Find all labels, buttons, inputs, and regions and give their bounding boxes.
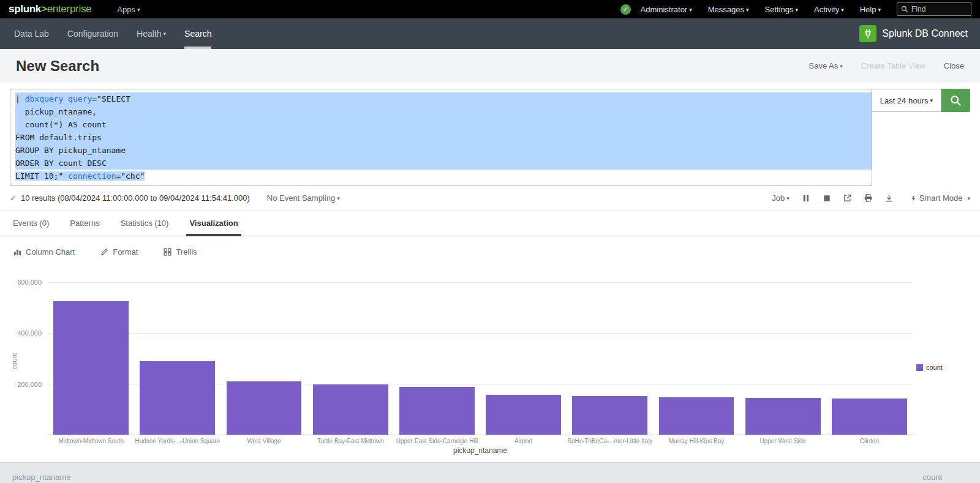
chevron-down-icon: ▾ (137, 7, 140, 13)
query-line[interactable]: LIMIT 10;" connection="chc" (15, 170, 872, 182)
close-button[interactable]: Close (944, 61, 964, 70)
save-as-button[interactable]: Save As▾ (809, 61, 842, 70)
y-axis-tick-label: 200,000 (17, 381, 42, 388)
app-identity[interactable]: Splunk DB Connect (859, 18, 975, 49)
time-range-picker[interactable]: Last 24 hours▾ (872, 89, 941, 112)
tab-patterns[interactable]: Patterns (67, 211, 102, 236)
chart-type-button[interactable]: Column Chart (13, 247, 75, 256)
bar-4[interactable] (399, 387, 475, 435)
logo-product-text: enterprise (47, 3, 92, 15)
viz-toolbar: Column Chart Format Trellis (0, 236, 980, 267)
header-actions: Save As▾ Create Table View Close (809, 61, 964, 70)
column-header-pickup-ntaname[interactable]: pickup_ntaname (12, 473, 70, 482)
search-mode-dropdown[interactable]: Smart Mode▾ (911, 193, 970, 203)
pause-button[interactable] (796, 191, 816, 206)
find-input[interactable] (911, 5, 965, 13)
nav-item-configuration[interactable]: Configuration (58, 18, 127, 49)
bar-column-2 (221, 282, 307, 435)
x-axis-tick-label: Upper East Side-Carnegie Hill (394, 438, 480, 444)
query-line[interactable]: ORDER BY count DESC (15, 157, 872, 170)
apps-menu[interactable]: Apps▾ (117, 5, 140, 14)
run-search-button[interactable] (941, 89, 970, 112)
download-icon (884, 193, 894, 203)
bar-9[interactable] (832, 399, 907, 435)
messages-menu[interactable]: Messages▾ (708, 5, 749, 14)
legend-item-count[interactable]: count (916, 364, 943, 371)
nav-item-label: Data Lab (14, 29, 49, 39)
job-menu-label: Job (772, 193, 785, 203)
nav-item-data-lab[interactable]: Data Lab (5, 18, 58, 49)
logo-gt-mark: > (41, 3, 47, 15)
activity-menu[interactable]: Activity▾ (814, 5, 844, 14)
chevron-down-icon: ▾ (164, 31, 167, 37)
bar-8[interactable] (745, 398, 821, 435)
search-query-input[interactable]: | dbxquery query="SELECT pickup_ntaname,… (10, 89, 872, 186)
tab-statistics[interactable]: Statistics (10) (118, 211, 172, 236)
nav-item-health[interactable]: Health▾ (127, 18, 175, 49)
settings-menu[interactable]: Settings▾ (765, 5, 799, 14)
lightning-bolt-icon (911, 194, 916, 203)
splunk-top-bar: splunk>enterprise Apps▾ ✓ Administrator▾… (0, 0, 980, 18)
chevron-down-icon: ▾ (337, 195, 340, 201)
nav-item-search[interactable]: Search (175, 18, 221, 49)
query-line[interactable]: count(*) AS count (15, 118, 872, 131)
export-download-button[interactable] (879, 191, 900, 206)
print-button[interactable] (858, 191, 879, 206)
close-label: Close (944, 61, 964, 70)
bar-column-9 (826, 282, 913, 435)
share-button[interactable] (837, 191, 858, 206)
query-line[interactable]: FROM default.trips (15, 131, 872, 144)
x-axis-tick-label: Murray Hill-Kips Bay (653, 438, 739, 444)
event-sampling-dropdown[interactable]: No Event Sampling▾ (267, 193, 340, 203)
create-table-view-button[interactable]: Create Table View (861, 61, 925, 70)
print-icon (864, 193, 873, 203)
splunk-logo[interactable]: splunk>enterprise (9, 3, 91, 15)
column-header-count[interactable]: count (922, 473, 942, 482)
trellis-grid-icon (164, 248, 172, 256)
bar-1[interactable] (140, 361, 215, 435)
trellis-button[interactable]: Trellis (164, 247, 197, 256)
trellis-label: Trellis (176, 247, 197, 256)
bar-7[interactable] (659, 397, 734, 435)
administrator-menu[interactable]: Administrator▾ (641, 5, 692, 14)
search-mode-label: Smart Mode (919, 193, 963, 203)
nav-item-label: Configuration (67, 29, 118, 39)
query-line[interactable]: | dbxquery query="SELECT (15, 92, 872, 105)
share-icon (843, 193, 852, 203)
app-nav-bar: Data Lab Configuration Health▾ Search Sp… (0, 18, 980, 49)
chevron-down-icon: ▾ (689, 7, 692, 13)
nav-item-label: Search (184, 29, 211, 39)
find-search-box[interactable] (897, 2, 971, 16)
bar-5[interactable] (486, 395, 561, 435)
nav-item-label: Health (137, 29, 161, 39)
search-icon (901, 6, 908, 13)
tab-label: Patterns (70, 219, 99, 228)
x-axis-tick-label: Clinton (826, 438, 913, 444)
messages-menu-label: Messages (708, 5, 744, 14)
x-axis-tick-label: Airport (480, 438, 567, 444)
search-section: | dbxquery query="SELECT pickup_ntaname,… (0, 83, 980, 186)
query-line[interactable]: GROUP BY pickup_ntaname (15, 144, 872, 157)
bar-column-7 (653, 282, 739, 435)
health-check-icon[interactable]: ✓ (620, 4, 631, 15)
bar-column-3 (307, 282, 394, 435)
bar-0[interactable] (53, 301, 129, 435)
tab-visualization[interactable]: Visualization (186, 211, 241, 236)
format-button[interactable]: Format (100, 247, 138, 256)
save-as-label: Save As (809, 61, 838, 70)
job-menu[interactable]: Job▾ (772, 193, 790, 203)
help-menu[interactable]: Help▾ (860, 5, 881, 14)
bar-column-1 (134, 282, 221, 435)
x-axis-tick-label: Upper West Side (740, 438, 826, 444)
query-line[interactable]: pickup_ntaname, (15, 105, 872, 118)
tab-events[interactable]: Events (0) (10, 211, 52, 236)
column-chart: count 200,000400,000600,000 Midtown-Midt… (0, 267, 980, 460)
stop-button[interactable] (816, 191, 837, 206)
bar-2[interactable] (227, 381, 302, 435)
bar-6[interactable] (572, 396, 647, 435)
results-info-bar: ✓ 10 results (08/04/2024 11:00:00.000 to… (0, 186, 980, 211)
tab-label: Events (0) (13, 219, 49, 228)
bar-3[interactable] (313, 384, 388, 435)
results-tabs: Events (0) Patterns Statistics (10) Visu… (0, 211, 980, 236)
chevron-down-icon: ▾ (878, 7, 881, 13)
